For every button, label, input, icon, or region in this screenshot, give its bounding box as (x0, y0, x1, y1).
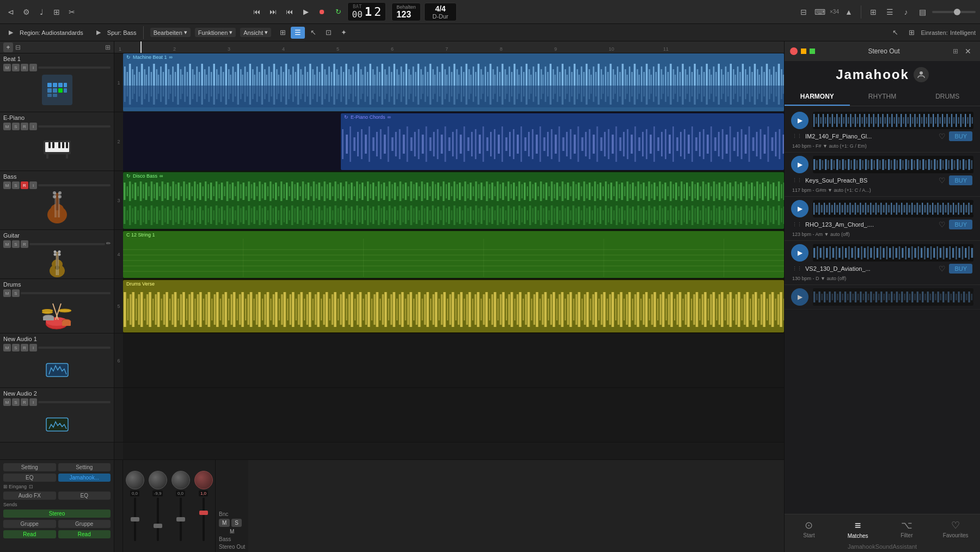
list-view-btn[interactable]: ☰ (291, 27, 305, 39)
bass-input-btn[interactable]: I (29, 181, 37, 189)
loop-btn[interactable]: ↻ (331, 4, 346, 20)
track-clips-guitar[interactable]: C 12 String 1 (123, 230, 784, 279)
guitar-pencil-icon[interactable]: ✏ (106, 240, 111, 248)
beat1-mute-btn[interactable]: M (3, 64, 11, 71)
jh-buy-btn-4[interactable]: BUY (949, 264, 972, 274)
metronome-icon[interactable]: ♩ (35, 5, 48, 19)
drums-mute-btn[interactable]: M (3, 289, 11, 297)
setting-btn-2[interactable]: Setting (58, 463, 111, 471)
knob-4[interactable] (194, 471, 213, 489)
na2-input-btn[interactable]: I (29, 398, 37, 406)
jh-heart-4[interactable]: ♡ (939, 264, 946, 273)
jh-play-btn-1[interactable]: ▶ (791, 112, 808, 129)
knob-2[interactable] (149, 471, 167, 489)
epiano-input-btn[interactable]: I (29, 123, 37, 130)
jh-buy-btn-3[interactable]: BUY (949, 220, 972, 229)
clip-epiano[interactable]: ↻ E-Piano Chords ∞ (341, 113, 784, 170)
connect-tool[interactable]: ⊡ (321, 27, 335, 39)
jh-tab-harmony[interactable]: HARMONY (785, 88, 850, 106)
guitar-rec-btn[interactable]: R (21, 240, 28, 248)
guitar-mute-btn[interactable]: M (3, 240, 11, 248)
speaker-icon[interactable]: ▲ (842, 5, 855, 19)
mixer-icon[interactable]: ▤ (916, 5, 929, 19)
jh-play-btn-5[interactable]: ▶ (791, 288, 808, 306)
na1-solo-btn[interactable]: S (12, 344, 20, 351)
eq-btn-1[interactable]: EQ (3, 474, 56, 482)
na2-solo-btn[interactable]: S (12, 398, 20, 406)
guitar-volume-slider[interactable] (29, 243, 105, 245)
track-clips-drums[interactable]: Drums Verse (123, 279, 784, 333)
bass-solo-btn[interactable]: S (12, 181, 20, 189)
na1-mute-btn[interactable]: M (3, 344, 11, 351)
track-view-icon[interactable]: ⊞ (105, 44, 111, 51)
beat1-input-btn[interactable]: I (29, 64, 37, 71)
fast-forward-btn[interactable]: ⏭ (266, 4, 281, 20)
fader-thumb-1[interactable] (131, 517, 139, 521)
go-to-start-btn[interactable]: ⏮ (282, 4, 297, 20)
volume-slider[interactable] (932, 11, 976, 13)
fader-4[interactable] (203, 498, 205, 541)
pointer-tool[interactable]: ↖ (888, 27, 902, 39)
jh-play-btn-3[interactable]: ▶ (791, 200, 808, 217)
fader-thumb-2[interactable] (154, 524, 162, 528)
back-icon[interactable]: ⊲ (4, 5, 17, 19)
scissors-icon[interactable]: ✂ (65, 5, 78, 19)
drums-solo-btn[interactable]: S (12, 289, 20, 297)
beat1-volume-slider[interactable] (38, 66, 111, 69)
clip-beat1[interactable]: ↻ Machine Beat 1 ∞ (123, 53, 784, 111)
jh-nav-filter[interactable]: ⌥ Filter (883, 516, 932, 542)
jh-user-btn[interactable] (914, 67, 929, 82)
na2-rec-btn[interactable]: R (21, 398, 28, 406)
fader-1[interactable] (134, 498, 136, 541)
na2-mute-btn[interactable]: M (3, 398, 11, 406)
jh-close-icon[interactable]: ✕ (961, 45, 975, 58)
track-clips-beat1[interactable]: ↻ Machine Beat 1 ∞ (123, 53, 784, 112)
list-icon[interactable]: ☰ (883, 5, 896, 19)
region-collapse-icon[interactable]: ▶ (4, 26, 17, 39)
bottom-s-btn[interactable]: S (231, 519, 242, 527)
jh-minimize-btn[interactable] (801, 48, 806, 54)
beat1-rec-btn[interactable]: R (21, 64, 28, 71)
track-clips-bass[interactable]: ↻ Disco Bass ∞ (123, 171, 784, 230)
beat1-solo-btn[interactable]: S (12, 64, 20, 71)
jh-expand-icon[interactable]: ⊞ (953, 47, 958, 55)
jh-nav-start[interactable]: ⊙ Start (785, 516, 834, 542)
bass-volume-slider[interactable] (38, 184, 111, 186)
fader-thumb-3[interactable] (176, 517, 185, 521)
stereo-btn[interactable]: Stereo (3, 509, 111, 518)
settings-icon[interactable]: ⚙ (20, 5, 33, 19)
cpu-icon[interactable]: ⊞ (50, 5, 63, 19)
jh-nav-favourites[interactable]: ♡ Favourites (931, 516, 980, 542)
jh-maximize-btn[interactable] (810, 48, 815, 54)
fader-3[interactable] (180, 498, 182, 541)
read-btn-2[interactable]: Read (58, 530, 111, 538)
play-btn[interactable]: ▶ (298, 4, 314, 20)
bottom-m-btn[interactable]: M (219, 519, 230, 527)
epiano-mute-btn[interactable]: M (3, 123, 11, 130)
na1-input-btn[interactable]: I (29, 344, 37, 351)
gruppe-btn-2[interactable]: Gruppe (58, 520, 111, 528)
jh-heart-2[interactable]: ♡ (939, 176, 946, 185)
track-clips-new-audio1[interactable] (123, 333, 784, 388)
jh-play-btn-2[interactable]: ▶ (791, 156, 808, 173)
tempo-display[interactable]: Behalten 123 (391, 3, 421, 21)
gruppe-btn-1[interactable]: Gruppe (3, 520, 56, 528)
eq-btn-2[interactable]: EQ (58, 492, 111, 500)
bass-rec-btn[interactable]: R (21, 181, 28, 189)
knob-3[interactable] (171, 471, 190, 489)
clip-guitar[interactable]: C 12 String 1 (123, 231, 784, 278)
na1-rec-btn[interactable]: R (21, 344, 28, 351)
epiano-rec-btn[interactable]: R (21, 123, 28, 130)
jh-tab-rhythm[interactable]: RHYTHM (850, 88, 915, 106)
track-clips-epiano[interactable]: ↻ E-Piano Chords ∞ (123, 112, 784, 171)
jamahook-btn[interactable]: Jamahook... (58, 474, 111, 482)
guitar-solo-btn[interactable]: S (12, 240, 20, 248)
na1-volume-slider[interactable] (38, 347, 111, 349)
knob-1[interactable] (126, 471, 144, 489)
funktionen-menu[interactable]: Funktionen ▾ (195, 28, 236, 37)
grid-view-btn[interactable]: ⊞ (275, 27, 290, 39)
loop-region-icon[interactable]: ⊟ (797, 5, 810, 19)
drums-volume-slider[interactable] (21, 292, 111, 294)
read-btn-1[interactable]: Read (3, 530, 56, 538)
jh-nav-matches[interactable]: ≡ Matches (834, 516, 883, 542)
